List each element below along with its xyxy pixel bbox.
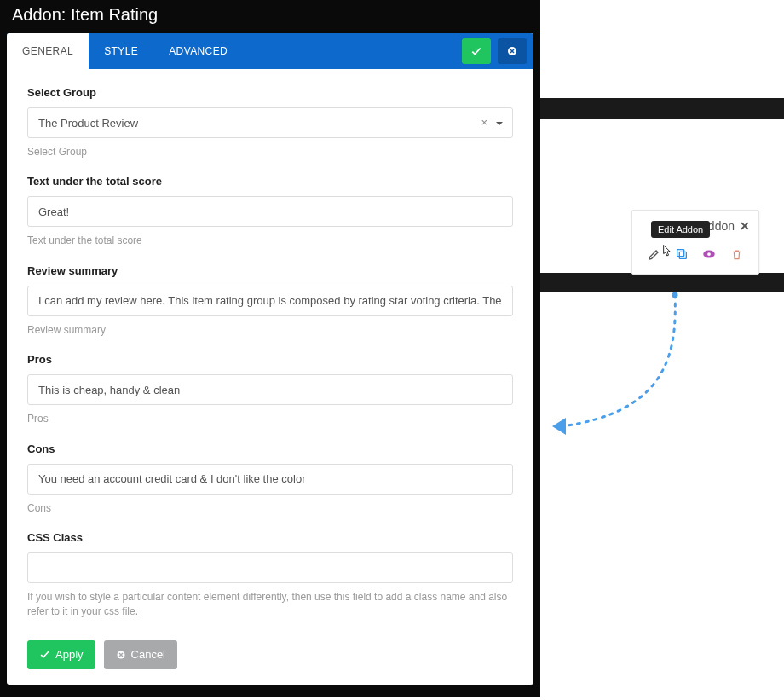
tab-advanced[interactable]: ADVANCED <box>153 33 243 69</box>
label-css-class: CSS Class <box>27 531 513 544</box>
tab-general[interactable]: GENERAL <box>7 33 89 69</box>
svg-point-10 <box>672 292 678 298</box>
label-select-group: Select Group <box>27 86 513 99</box>
chevron-down-icon <box>496 122 503 125</box>
text-under-total-input[interactable] <box>27 196 513 227</box>
form-area: Select Group × Select Group Text under t… <box>7 69 533 685</box>
svg-point-9 <box>707 252 711 256</box>
svg-rect-7 <box>677 250 684 257</box>
review-summary-input[interactable] <box>27 286 513 316</box>
pencil-icon[interactable] <box>647 246 662 262</box>
close-icon[interactable]: ✕ <box>740 219 750 233</box>
cons-input[interactable] <box>27 464 513 495</box>
css-class-input[interactable] <box>27 552 513 583</box>
tab-style[interactable]: STYLE <box>89 33 153 69</box>
tab-bar: GENERAL STYLE ADVANCED <box>7 33 533 69</box>
modal-title: Addon: Item Rating <box>0 0 540 33</box>
help-text-under-total: Text under the total score <box>27 234 513 248</box>
tab-actions <box>462 33 527 69</box>
apply-button[interactable]: Apply <box>27 640 95 669</box>
help-pros: Pros <box>27 412 513 426</box>
trash-icon[interactable] <box>729 246 744 262</box>
copy-icon[interactable] <box>674 246 689 262</box>
addon-modal: Addon: Item Rating GENERAL STYLE ADVANCE… <box>0 0 540 697</box>
apply-button-label: Apply <box>55 648 84 661</box>
eye-icon[interactable] <box>701 246 717 262</box>
label-cons: Cons <box>27 443 513 455</box>
check-icon <box>470 45 482 57</box>
field-review-summary: Review summary Review summary <box>27 264 513 338</box>
help-css-class: If you wish to style a particular conten… <box>27 590 513 620</box>
pros-input[interactable] <box>27 374 513 405</box>
close-top-button[interactable] <box>498 38 527 64</box>
cancel-button[interactable]: Cancel <box>104 640 177 669</box>
apply-top-button[interactable] <box>462 38 491 64</box>
annotation-arrow <box>545 288 707 442</box>
select-group-dropdown[interactable]: × <box>27 107 513 138</box>
field-css-class: CSS Class If you wish to style a particu… <box>27 531 513 620</box>
edit-addon-tooltip: Edit Addon <box>651 221 710 238</box>
popover-header: Edit Addon Addon ✕ <box>641 219 750 233</box>
cancel-button-label: Cancel <box>131 648 165 661</box>
help-select-group: Select Group <box>27 145 513 159</box>
label-review-summary: Review summary <box>27 264 513 277</box>
addon-popover: Edit Addon Addon ✕ <box>631 210 759 275</box>
close-icon <box>507 46 517 56</box>
popover-toolbar <box>641 241 750 263</box>
close-icon <box>116 650 126 660</box>
field-text-under-total: Text under the total score Text under th… <box>27 175 513 248</box>
clear-icon[interactable]: × <box>481 116 487 129</box>
modal-body: GENERAL STYLE ADVANCED Select Group <box>7 33 533 685</box>
select-group-value[interactable] <box>27 107 513 138</box>
footer-buttons: Apply Cancel <box>27 635 513 669</box>
label-text-under-total: Text under the total score <box>27 175 513 188</box>
check-icon <box>39 649 50 660</box>
field-cons: Cons Cons <box>27 443 513 516</box>
svg-rect-6 <box>679 252 686 258</box>
help-cons: Cons <box>27 501 513 516</box>
field-select-group: Select Group × Select Group <box>27 86 513 159</box>
label-pros: Pros <box>27 353 513 366</box>
field-pros: Pros Pros <box>27 353 513 426</box>
help-review-summary: Review summary <box>27 323 513 338</box>
